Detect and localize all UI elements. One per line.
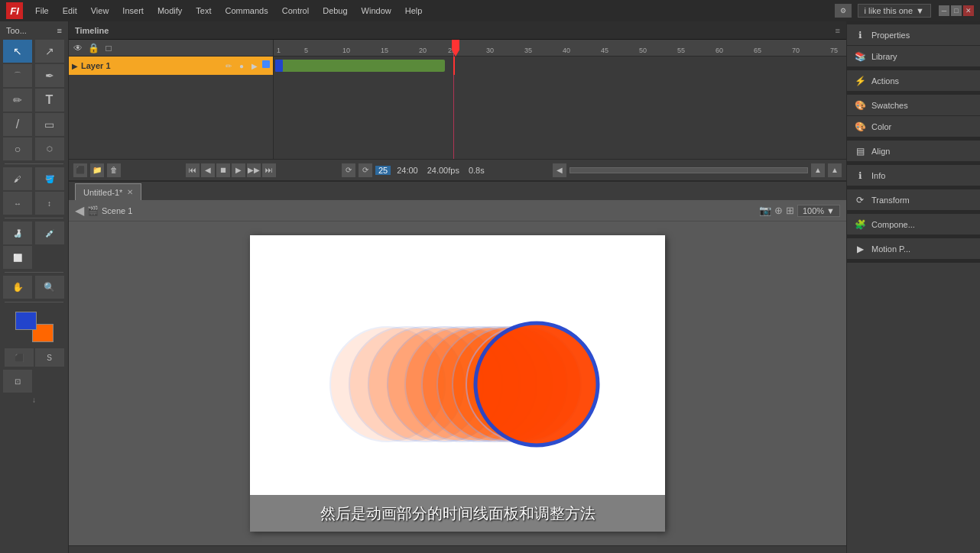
timeline-frames[interactable]: 1 5 10 15 20 25 30 35 40 45 50 55 60 65 bbox=[274, 40, 846, 159]
menu-edit[interactable]: Edit bbox=[57, 4, 83, 18]
snap-tool[interactable]: ⬛ bbox=[5, 348, 34, 367]
layer-add-icon[interactable]: ● bbox=[236, 60, 247, 71]
library-label: Library bbox=[871, 52, 897, 61]
panel-actions[interactable]: ⚡ Actions bbox=[847, 70, 980, 92]
color-swatches bbox=[15, 312, 54, 342]
gradient-transform-tool[interactable]: ↕ bbox=[35, 192, 64, 215]
timeline-header: Timeline ≡ bbox=[69, 21, 846, 40]
menu-insert[interactable]: Insert bbox=[116, 4, 150, 18]
smooth-tool[interactable]: S bbox=[35, 348, 64, 367]
menu-help[interactable]: Help bbox=[399, 4, 429, 18]
library-icon: 📚 bbox=[853, 50, 867, 63]
app-logo[interactable]: Fl bbox=[6, 2, 23, 19]
menu-view[interactable]: View bbox=[85, 4, 115, 18]
settings-btn[interactable]: ⟳ bbox=[359, 163, 372, 177]
timeline-collapse-btn[interactable]: ≡ bbox=[836, 26, 840, 35]
color-label: Color bbox=[871, 122, 891, 131]
tool-divider-3 bbox=[5, 272, 63, 273]
menu-text[interactable]: Text bbox=[190, 4, 217, 18]
frame-55: 55 bbox=[677, 47, 685, 54]
pencil-tool[interactable]: ✏ bbox=[3, 89, 32, 112]
screen-mode-btn[interactable]: ⊡ bbox=[3, 370, 32, 393]
panel-info[interactable]: ℹ Info bbox=[847, 165, 980, 186]
panel-swatches[interactable]: 🎨 Swatches bbox=[847, 95, 980, 116]
frame-5: 5 bbox=[304, 47, 308, 54]
layer-row: ▶ Layer 1 ✏ ● ▶ bbox=[69, 57, 273, 75]
stage-scrollbar-bottom[interactable] bbox=[69, 545, 846, 553]
ink-bottle-tool[interactable]: 🍶 bbox=[3, 222, 32, 244]
frame-65: 65 bbox=[754, 47, 761, 54]
frame-20: 20 bbox=[419, 47, 427, 54]
snap-indicator: ↓ bbox=[32, 396, 36, 404]
line-tool[interactable]: / bbox=[3, 113, 32, 136]
panel-motion-presets[interactable]: ▶ Motion P... bbox=[847, 238, 980, 260]
panel-library[interactable]: 📚 Library bbox=[847, 46, 980, 67]
loop-btn[interactable]: ⟳ bbox=[342, 163, 355, 177]
minimize-button[interactable]: ─ bbox=[939, 5, 949, 16]
tool-grid-5: ⊡ bbox=[3, 370, 65, 393]
panel-transform[interactable]: ⟳ Transform bbox=[847, 189, 980, 211]
frame-45: 45 bbox=[601, 47, 608, 54]
color-icon: 🎨 bbox=[853, 120, 867, 134]
panel-color[interactable]: 🎨 Color bbox=[847, 116, 980, 137]
paint-bucket-tool[interactable]: 🪣 bbox=[35, 167, 64, 190]
rect-tool[interactable]: ▭ bbox=[35, 113, 64, 136]
eyedropper-tool[interactable]: 💉 bbox=[35, 222, 64, 244]
new-layer-btn[interactable]: ⬛ bbox=[73, 163, 87, 177]
tab-close-btn[interactable]: ✕ bbox=[127, 188, 133, 196]
timeline-scrollbar[interactable] bbox=[570, 167, 808, 173]
menu-window[interactable]: Window bbox=[355, 4, 398, 18]
delete-layer-btn[interactable]: 🗑 bbox=[107, 163, 121, 177]
toolbar-menu-icon[interactable]: ≡ bbox=[57, 26, 62, 35]
stage-tab-untitled[interactable]: Untitled-1* ✕ bbox=[75, 183, 141, 200]
main-circle bbox=[475, 323, 598, 445]
lasso-tool[interactable]: ⌒ bbox=[3, 64, 32, 87]
pen-tool[interactable]: ✒ bbox=[35, 64, 64, 87]
zoom-tool[interactable]: 🔍 bbox=[35, 276, 64, 299]
panel-components[interactable]: 🧩 Compone... bbox=[847, 214, 980, 235]
layer-dot-icon[interactable]: ▶ bbox=[249, 60, 260, 71]
tool-grid-4: ✋ 🔍 bbox=[3, 276, 65, 299]
new-folder-btn[interactable]: 📁 bbox=[90, 163, 104, 177]
foreground-color-swatch[interactable] bbox=[15, 312, 37, 330]
brush-tool[interactable]: 🖌 bbox=[3, 167, 32, 190]
menu-modify[interactable]: Modify bbox=[151, 4, 188, 18]
last-frame-btn[interactable]: ⏭ bbox=[262, 163, 276, 177]
select-tool[interactable]: ↖ bbox=[3, 40, 32, 63]
total-frames-display: 24:00 bbox=[394, 166, 421, 175]
menu-debug[interactable]: Debug bbox=[316, 4, 353, 18]
nav-back-btn[interactable]: ◀ bbox=[75, 203, 84, 218]
maximize-button[interactable]: □ bbox=[951, 5, 962, 16]
subselect-tool[interactable]: ↗ bbox=[35, 40, 64, 63]
tool-grid-2: 🖌 🪣 ↔ ↕ bbox=[3, 167, 65, 215]
menu-file[interactable]: File bbox=[29, 4, 55, 18]
hand-tool[interactable]: ✋ bbox=[3, 276, 32, 299]
workspace-selector[interactable]: i like this one ▼ bbox=[858, 4, 931, 18]
motion-presets-label: Motion P... bbox=[871, 244, 910, 254]
prev-frame-btn[interactable]: ◀ bbox=[201, 163, 215, 177]
zoom-value[interactable]: 100% ▼ bbox=[797, 205, 840, 217]
left-toolbar: Too... ≡ ↖ ↗ ⌒ ✒ ✏ T / ▭ ○ ⬡ 🖌 🪣 ↔ ↕ bbox=[0, 21, 69, 553]
menu-control[interactable]: Control bbox=[276, 4, 315, 18]
panel-align[interactable]: ▤ Align bbox=[847, 141, 980, 162]
poly-tool[interactable]: ⬡ bbox=[35, 137, 64, 160]
close-button[interactable]: ✕ bbox=[963, 5, 974, 16]
menu-commands[interactable]: Commands bbox=[219, 4, 274, 18]
play-btn[interactable]: ▶ bbox=[232, 163, 245, 177]
subtitle-text: 然后是动画部分的时间线面板和调整方法 bbox=[320, 503, 595, 524]
eraser-tool[interactable]: ⬜ bbox=[3, 246, 32, 269]
text-tool[interactable]: T bbox=[35, 89, 64, 112]
first-frame-btn[interactable]: ⏮ bbox=[186, 163, 200, 177]
next-frame-btn[interactable]: ▶▶ bbox=[247, 163, 261, 177]
layer-pencil-icon[interactable]: ✏ bbox=[223, 60, 234, 71]
zoom-fit-icon: ⊕ bbox=[774, 205, 783, 216]
scroll-right-btn[interactable]: ▲ bbox=[811, 163, 825, 177]
panel-properties[interactable]: ℹ Properties bbox=[847, 24, 980, 46]
stop-btn[interactable]: ⏹ bbox=[216, 163, 230, 177]
scroll-left-btn[interactable]: ◀ bbox=[553, 163, 566, 177]
layer-name[interactable]: Layer 1 bbox=[81, 61, 111, 70]
oval-tool[interactable]: ○ bbox=[3, 137, 32, 160]
timeline-panel: Timeline ≡ 👁 🔒 □ ▶ Layer 1 bbox=[69, 21, 846, 182]
expand-btn[interactable]: ▲ bbox=[828, 163, 842, 177]
free-transform-tool[interactable]: ↔ bbox=[3, 192, 32, 215]
